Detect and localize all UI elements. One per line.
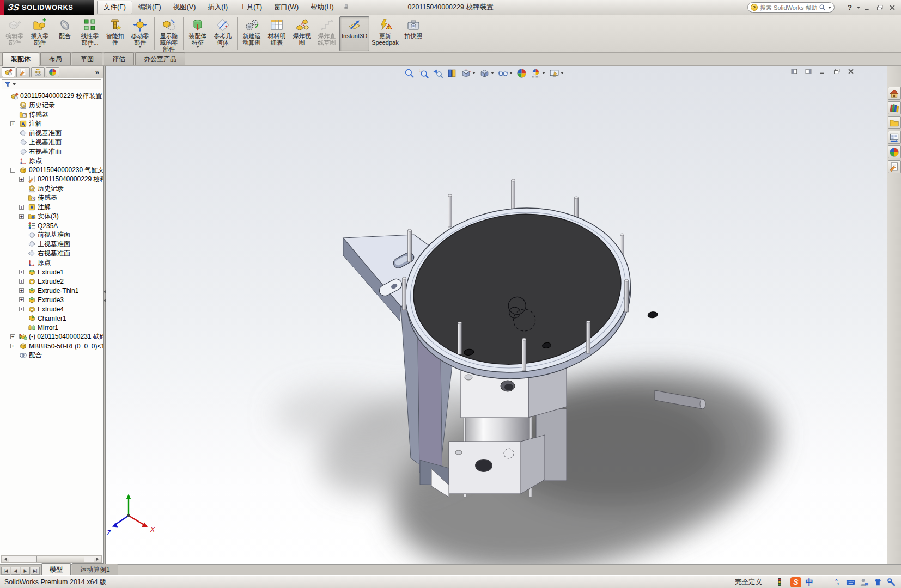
dropdown-arrow-icon[interactable]: [38, 46, 41, 48]
tree-item[interactable]: +Extrude1: [0, 267, 103, 277]
doc-minimize-button[interactable]: [817, 67, 828, 76]
doc-close-button[interactable]: [845, 67, 856, 76]
help-button[interactable]: ?: [844, 3, 855, 12]
pane-right-button[interactable]: [803, 67, 814, 76]
tree-item[interactable]: +注解: [0, 119, 103, 128]
model-scene[interactable]: X Z: [106, 66, 887, 564]
view-orientation-button[interactable]: [459, 67, 477, 79]
tree-item[interactable]: 传感器: [0, 193, 103, 203]
ribbon-tab[interactable]: 评估: [104, 52, 134, 65]
tree-item[interactable]: −020115040000230 气缸支座: [0, 166, 103, 175]
tree-item[interactable]: +注解: [0, 203, 103, 212]
tree-expander[interactable]: +: [10, 344, 15, 348]
menu-item[interactable]: 窗口(W): [268, 1, 305, 14]
tree-item[interactable]: 历史记录: [0, 101, 103, 110]
tree-expander[interactable]: +: [19, 270, 24, 274]
tree-item[interactable]: 配合: [0, 351, 103, 360]
dropdown-arrow-icon[interactable]: [196, 46, 199, 48]
first-study-button[interactable]: |◀: [1, 567, 10, 575]
apply-scene-button[interactable]: [529, 67, 547, 79]
tree-expander[interactable]: +: [19, 205, 24, 210]
zoom-to-fit-button[interactable]: [403, 67, 416, 79]
linear-component-pattern-button[interactable]: 线性零部件...: [77, 16, 102, 51]
panel-hscrollbar[interactable]: [1, 555, 102, 563]
tree-item[interactable]: +MBBB50-50-RL(0_0_0)<1> (: [0, 341, 103, 351]
instant3d-button[interactable]: Instant3D: [339, 16, 369, 51]
exploded-view-button[interactable]: 爆炸视图: [289, 16, 314, 51]
insert-components-button[interactable]: 插入零部件: [27, 16, 52, 51]
menu-item[interactable]: 编辑(E): [132, 1, 167, 14]
filter-dropdown-icon[interactable]: [13, 83, 16, 85]
take-snapshot-button[interactable]: 拍快照: [401, 16, 426, 51]
tree-filter[interactable]: [2, 79, 101, 89]
scroll-right-button[interactable]: [94, 556, 101, 562]
search-box[interactable]: ?: [747, 2, 835, 13]
sogou-logo[interactable]: S: [790, 577, 801, 587]
tree-item[interactable]: 前视基准面: [0, 128, 103, 138]
mate-button[interactable]: 配合: [52, 16, 77, 51]
hide-show-items-button[interactable]: [496, 67, 514, 79]
previous-view-button[interactable]: [431, 67, 445, 79]
next-study-button[interactable]: ▶: [21, 567, 30, 575]
view-palette-tab[interactable]: [888, 131, 901, 144]
tree-item[interactable]: 历史记录: [0, 184, 103, 193]
menu-item[interactable]: 文件(F): [97, 1, 132, 14]
close-button[interactable]: [887, 3, 898, 12]
search-input[interactable]: [760, 4, 817, 11]
ribbon-tab[interactable]: 布局: [40, 52, 71, 65]
tree-item[interactable]: +Extrude3: [0, 295, 103, 304]
design-library-tab[interactable]: [888, 101, 901, 114]
scroll-thumb[interactable]: [36, 556, 84, 562]
tree-expander[interactable]: +: [19, 177, 24, 182]
tree-item[interactable]: 原点: [0, 156, 103, 166]
soft-keyboard-icon[interactable]: [845, 577, 856, 587]
dropdown-arrow-icon[interactable]: [542, 72, 545, 74]
tree-expander[interactable]: +: [19, 279, 24, 284]
reference-geometry-button[interactable]: 参考几何体: [210, 16, 235, 51]
fullwidth-moon-icon[interactable]: [818, 577, 829, 587]
tree-item[interactable]: +020115040000229 校秤装: [0, 175, 103, 184]
tree-item[interactable]: +(-) 020115040000231 砝码托: [0, 332, 103, 341]
restore-button[interactable]: [874, 3, 885, 12]
tree-expander[interactable]: +: [10, 121, 15, 126]
minimize-button[interactable]: [862, 3, 873, 12]
resources-tab[interactable]: [888, 87, 901, 100]
user-dict-icon[interactable]: [859, 577, 869, 587]
tree-item[interactable]: 传感器: [0, 110, 103, 119]
dropdown-arrow-icon[interactable]: [138, 46, 142, 48]
tree-item[interactable]: Chamfer1: [0, 314, 103, 323]
zoom-to-area-button[interactable]: [417, 67, 430, 79]
punctuation-mode[interactable]: °,: [831, 577, 842, 587]
dropdown-arrow-icon[interactable]: [88, 46, 92, 48]
menu-item[interactable]: 工具(T): [234, 1, 268, 14]
study-tab[interactable]: 运动算例1: [72, 564, 118, 575]
tree-expander[interactable]: +: [19, 307, 24, 311]
dropdown-arrow-icon[interactable]: [509, 72, 513, 74]
tree-item[interactable]: +实体(3): [0, 212, 103, 221]
propertymanager-tab[interactable]: [16, 67, 30, 77]
menu-item[interactable]: 帮助(H): [305, 1, 339, 14]
tree-item[interactable]: 020115040000229 校秤装置 (默: [0, 91, 103, 101]
tree-item[interactable]: 右视基准面: [0, 147, 103, 156]
tree-item[interactable]: +Extrude-Thin1: [0, 286, 103, 295]
dropdown-arrow-icon[interactable]: [221, 46, 224, 48]
displaymanager-tab[interactable]: [46, 67, 59, 77]
tree-expander[interactable]: +: [19, 288, 24, 293]
scroll-left-button[interactable]: [2, 556, 9, 562]
tree-item[interactable]: 上视基准面: [0, 240, 103, 249]
bill-of-materials-button[interactable]: 材料明细表: [264, 16, 289, 51]
tree-item[interactable]: 右视基准面: [0, 249, 103, 258]
study-tab[interactable]: 模型: [41, 564, 71, 575]
show-hidden-components-button[interactable]: 显示隐藏的零部件: [156, 16, 181, 51]
menu-item[interactable]: 插入(I): [202, 1, 234, 14]
tree-expander[interactable]: +: [19, 214, 24, 219]
configurationmanager-tab[interactable]: [31, 67, 45, 77]
scroll-track[interactable]: [9, 556, 94, 562]
tree-expander[interactable]: +: [19, 297, 24, 302]
featuremanager-tab[interactable]: [2, 67, 15, 77]
dropdown-arrow-icon[interactable]: [561, 72, 564, 74]
file-explorer-tab[interactable]: [888, 116, 901, 129]
tree-item[interactable]: Mirror1: [0, 323, 103, 332]
graphics-area[interactable]: X Z: [106, 66, 887, 564]
new-motion-study-button[interactable]: 新建运动算例: [239, 16, 264, 51]
